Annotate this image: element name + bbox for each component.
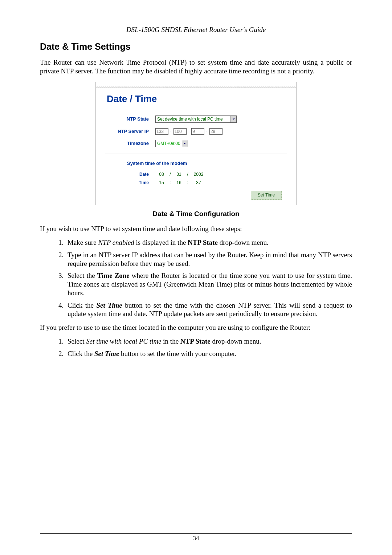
intro-paragraph: The Router can use Network Time Protocol… [40, 58, 352, 76]
list-item: Click the Set Time button to set the tim… [65, 349, 352, 358]
ntp-steps-list: Make sure NTP enabled is displayed in th… [40, 238, 352, 318]
ntp-state-row: NTP State Set device time with local PC … [105, 116, 287, 123]
ip-octet-4[interactable] [209, 128, 222, 135]
dot-sep: . [188, 128, 190, 135]
time-hour: 15 [156, 180, 167, 186]
list-item: Select Set time with local PC time in th… [65, 337, 352, 346]
header-rule [40, 35, 352, 35]
figure-container: Date / Time NTP State Set device time wi… [40, 82, 352, 205]
set-time-button[interactable]: Set Time [251, 191, 282, 200]
date-time-figure: Date / Time NTP State Set device time wi… [95, 82, 297, 205]
system-date-row: Date 08 / 31 / 2002 [105, 172, 287, 177]
time-sep: : [184, 180, 191, 186]
list-item: Type in an NTP server IP address that ca… [65, 251, 352, 268]
figure-separator [105, 154, 287, 154]
page-number: 34 [40, 534, 352, 542]
ip-octet-3[interactable] [191, 128, 204, 135]
running-head: DSL-1500G SHDSL Ethernet Router User's G… [40, 25, 352, 34]
pc-steps-intro: If you prefer to use to use the timer lo… [40, 323, 352, 332]
time-sec: 37 [191, 180, 206, 186]
footer-rule [40, 533, 352, 534]
list-item: Make sure NTP enabled is displayed in th… [65, 238, 352, 247]
ntp-state-selected-text: Set device time with local PC time [156, 117, 224, 122]
figure-title: Date / Time [107, 93, 287, 105]
ntp-server-ip-row: NTP Server IP . . . [105, 128, 287, 135]
date-day: 31 [173, 172, 184, 177]
timezone-selected-text: GMT+09:00 [156, 141, 182, 146]
figure-caption: Date & Time Configuration [40, 210, 352, 218]
dot-sep: . [206, 128, 208, 135]
figure-topbar [96, 86, 296, 88]
system-time-row: Time 15 : 16 : 37 [105, 180, 287, 186]
time-min: 16 [173, 180, 184, 186]
ip-octet-1[interactable] [155, 128, 168, 135]
date-month: 08 [156, 172, 167, 177]
section-title: Date & Time Settings [40, 41, 352, 52]
date-sep: / [184, 172, 191, 177]
ntp-state-label: NTP State [105, 116, 155, 122]
ip-octet-2[interactable] [173, 128, 187, 135]
time-sep: : [167, 180, 173, 186]
chevron-down-icon [182, 140, 188, 147]
timezone-row: Timezone GMT+09:00 [105, 140, 287, 147]
ntp-state-select[interactable]: Set device time with local PC time [155, 116, 237, 123]
timezone-select[interactable]: GMT+09:00 [155, 140, 188, 147]
date-sep: / [167, 172, 173, 177]
pc-steps-list: Select Set time with local PC time in th… [40, 337, 352, 358]
list-item: Click the Set Time button to set the tim… [65, 301, 352, 319]
ntp-steps-intro: If you wish to use NTP to set system tim… [40, 224, 352, 233]
dot-sep: . [170, 128, 172, 135]
time-label: Time [105, 180, 156, 186]
chevron-down-icon [230, 116, 236, 122]
date-year: 2002 [191, 172, 206, 177]
date-label: Date [105, 172, 156, 177]
timezone-label: Timezone [105, 141, 155, 146]
list-item: Select the Time Zone where the Router is… [65, 271, 352, 297]
page-footer: 34 [40, 533, 352, 542]
ntp-server-ip-label: NTP Server IP [105, 129, 155, 134]
system-time-heading: System time of the modem [105, 161, 287, 166]
